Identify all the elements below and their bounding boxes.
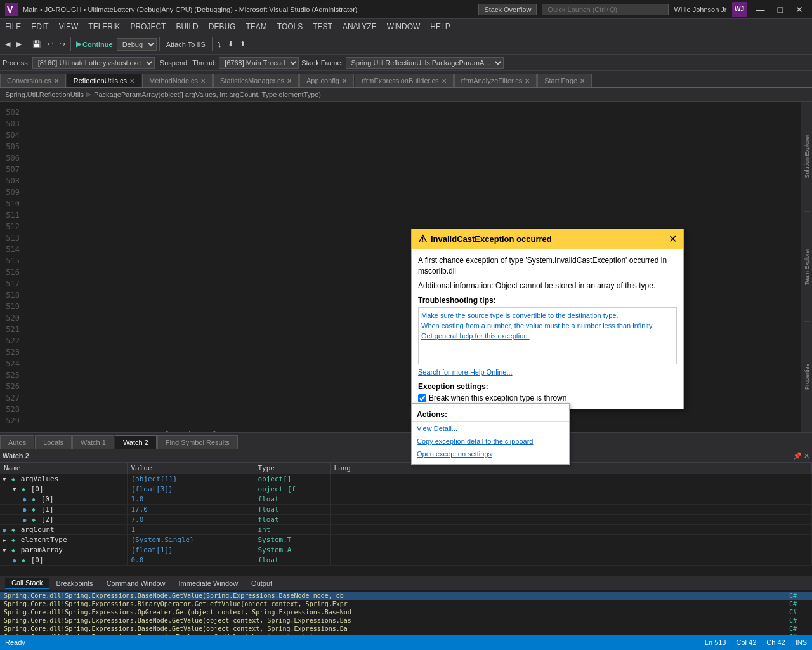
watch-row-8[interactable]: ● ◆ [0] 0.0 float (0, 555, 812, 566)
expand-icon-8[interactable]: ● (13, 557, 16, 564)
tab-close-1[interactable]: ✕ (129, 77, 134, 84)
menu-item-project[interactable]: PROJECT (125, 19, 171, 34)
close-window-button[interactable]: ✕ (792, 4, 807, 15)
expand-icon-1[interactable]: ▼ (13, 486, 16, 493)
callstack-content[interactable]: Spring.Core.dll!Spring.Expressions.BaseN… (0, 590, 812, 635)
step-into-button[interactable]: ⬇ (225, 39, 236, 50)
callstack-tab-1[interactable]: Breakpoints (50, 578, 100, 588)
watch-row-0[interactable]: ▼ ◆ argValues {object[1]} object[] (0, 474, 812, 484)
thread-dropdown[interactable]: [6768] Main Thread (219, 57, 299, 69)
editor-tab-1[interactable]: ReflectionUtils.cs✕ (67, 74, 141, 87)
search-help-link[interactable]: Search for more Help Online... (418, 367, 677, 377)
tab-close-5[interactable]: ✕ (442, 77, 447, 84)
watch-table[interactable]: Name Value Type Lang ▼ ◆ argValues {obje… (0, 463, 812, 576)
tip-2[interactable]: When casting from a number, the value mu… (421, 321, 674, 331)
menu-item-telerik[interactable]: TELERIK (83, 19, 125, 34)
watch-row-1[interactable]: ▼ ◆ [0] {float[3]} object {f (0, 484, 812, 494)
watch-close-button[interactable]: ✕ (804, 452, 809, 460)
menu-item-test[interactable]: TEST (308, 19, 337, 34)
editor-tab-6[interactable]: rfrmAnalyzeFilter.cs✕ (454, 74, 537, 87)
debug-dropdown[interactable]: Debug (117, 38, 157, 51)
minimize-button[interactable]: — (752, 4, 769, 15)
tab-close-3[interactable]: ✕ (287, 77, 292, 84)
menu-item-file[interactable]: FILE (0, 19, 26, 34)
view-detail-link[interactable]: View Detail... (412, 422, 569, 435)
editor-tab-4[interactable]: App.config✕ (299, 74, 354, 87)
tab-close-6[interactable]: ✕ (525, 77, 530, 84)
type-icon-3: ◆ (32, 506, 36, 513)
menu-item-analyze[interactable]: ANALYZE (337, 19, 382, 34)
maximize-button[interactable]: □ (774, 4, 787, 15)
menu-item-view[interactable]: VIEW (54, 19, 84, 34)
editor-tab-3[interactable]: StatisticsManager.cs✕ (213, 74, 299, 87)
watch-row-3[interactable]: ● ◆ [1] 17.0 float (0, 505, 812, 515)
expand-icon-4[interactable]: ● (23, 517, 26, 523)
menu-item-debug[interactable]: DEBUG (204, 19, 241, 34)
type-icon-0: ◆ (11, 475, 15, 482)
menu-item-help[interactable]: HELP (425, 19, 455, 34)
expand-icon-5[interactable]: ● (3, 527, 6, 533)
team-explorer-panel[interactable]: Team Explorer (804, 212, 810, 322)
tips-box[interactable]: Make sure the source type is convertible… (418, 307, 677, 364)
expand-icon-3[interactable]: ● (23, 507, 26, 513)
menu-item-tools[interactable]: TOOLS (272, 19, 308, 34)
back-button[interactable]: ◀ (3, 39, 13, 50)
stack-frame-dropdown[interactable]: Spring.Util.ReflectionUtils.PackageParam… (346, 57, 504, 69)
callstack-tab-3[interactable]: Immediate Window (173, 578, 245, 588)
bottom-tab-4[interactable]: Find Symbol Results (157, 435, 238, 449)
step-over-button[interactable]: ⤵ (215, 39, 224, 50)
expand-icon-7[interactable]: ▼ (3, 547, 6, 554)
menu-item-edit[interactable]: EDIT (26, 19, 53, 34)
editor-tab-7[interactable]: Start Page✕ (537, 74, 592, 87)
menu-item-window[interactable]: WINDOW (382, 19, 426, 34)
attach-to-iis-button[interactable]: Attach To IIS (162, 39, 209, 50)
solution-explorer-panel[interactable]: Solution Explorer (804, 102, 810, 212)
menu-item-build[interactable]: BUILD (171, 19, 203, 34)
continue-button[interactable]: ▶ Continue (74, 39, 115, 50)
tip-1[interactable]: Make sure the source type is convertible… (421, 310, 674, 321)
redo-button[interactable]: ↪ (57, 39, 68, 50)
properties-panel[interactable]: Properties (804, 322, 810, 432)
suspend-button[interactable]: Suspend (157, 58, 190, 68)
step-out-button[interactable]: ⬆ (237, 39, 248, 50)
forward-button[interactable]: ▶ (14, 39, 24, 50)
watch-pin-button[interactable]: 📌 (793, 452, 802, 460)
callstack-tab-2[interactable]: Command Window (100, 578, 172, 588)
tab-close-7[interactable]: ✕ (580, 77, 585, 84)
expand-icon-0[interactable]: ▼ (3, 476, 6, 482)
editor-tab-2[interactable]: MethodNode.cs✕ (142, 74, 213, 87)
exception-close-button[interactable]: ✕ (669, 233, 677, 245)
line-num-25: 527 (0, 392, 20, 404)
tip-3[interactable]: Get general help for this exception. (421, 331, 674, 341)
watch-row-7[interactable]: ▼ ◆ paramArray {float[1]} System.A (0, 545, 812, 555)
callstack-tab-4[interactable]: Output (245, 578, 278, 588)
process-dropdown[interactable]: [8160] UltimateLottery.vshost.exe (32, 57, 155, 69)
expand-icon-6[interactable]: ▶ (3, 537, 6, 543)
callstack-tab-0[interactable]: Call Stack (5, 578, 49, 589)
watch-row-4[interactable]: ● ◆ [2] 7.0 float (0, 515, 812, 525)
bottom-tab-0[interactable]: Autos (0, 435, 34, 449)
copy-exception-link[interactable]: Copy exception detail to the clipboard (412, 435, 569, 448)
watch-row-5[interactable]: ● ◆ argCount 1 int (0, 525, 812, 535)
watch-row-2[interactable]: ● ◆ [0] 1.0 float (0, 494, 812, 505)
bottom-tab-2[interactable]: Watch 1 (72, 435, 114, 449)
open-settings-link[interactable]: Open exception settings (412, 448, 569, 460)
save-button[interactable]: 💾 (30, 39, 44, 50)
code-content[interactable]: /// <param name="argCount">Total number … (0, 427, 801, 432)
editor-tab-0[interactable]: Conversion.cs✕ (0, 74, 66, 87)
break-checkbox[interactable] (418, 394, 426, 402)
cs-row-3: Spring.Core.dll!Spring.Expressions.BaseN… (0, 616, 812, 625)
watch-row-6[interactable]: ▶ ◆ elementType {System.Single} System.T (0, 535, 812, 545)
tab-close-0[interactable]: ✕ (54, 77, 59, 84)
stackoverflow-button[interactable]: Stack Overflow (478, 4, 537, 15)
expand-icon-2[interactable]: ● (23, 496, 26, 503)
tab-close-2[interactable]: ✕ (200, 77, 206, 84)
bottom-tab-3[interactable]: Watch 2 (115, 435, 157, 449)
tab-close-4[interactable]: ✕ (342, 77, 347, 84)
cs-method-4: Spring.Core.dll!Spring.Expressions.BaseN… (4, 625, 784, 632)
undo-button[interactable]: ↩ (45, 39, 56, 50)
quick-launch-input[interactable] (542, 4, 669, 15)
menu-item-team[interactable]: TEAM (240, 19, 272, 34)
bottom-tab-1[interactable]: Locals (35, 435, 72, 449)
editor-tab-5[interactable]: rfrmExpressionBuilder.cs✕ (355, 74, 454, 87)
